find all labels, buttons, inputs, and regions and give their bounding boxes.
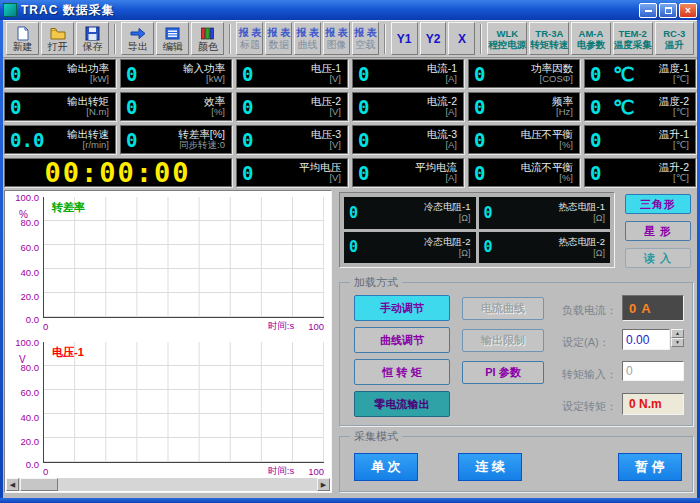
meter-value: 0: [358, 63, 369, 85]
meter-value: 0: [126, 96, 137, 118]
device-button-sub: 温升: [665, 39, 684, 50]
device-temp-button[interactable]: TEM-2 温度采集: [613, 22, 653, 55]
set-current-spinner[interactable]: ▲ ▼: [671, 329, 684, 347]
delta-button[interactable]: 三角形: [625, 194, 691, 214]
load-current-display: 0 A: [622, 295, 684, 321]
device-rise-button[interactable]: RC-3 温升: [655, 22, 694, 55]
color-button[interactable]: 颜色: [191, 22, 224, 55]
meter-efficiency: 0效率[%]: [120, 92, 232, 121]
current-curve-button[interactable]: 电流曲线: [462, 297, 544, 320]
meter-current-unbalance: 0电流不平衡[%]: [468, 158, 580, 187]
report-button-sub: 数据: [269, 39, 289, 51]
output-limit-button[interactable]: 输出限制: [462, 329, 544, 352]
report-image-button[interactable]: 报 表 图像: [323, 22, 350, 55]
meter-cold-resistance-2: 0冷态电阻-2[Ω]: [344, 232, 476, 264]
right-panel: 0冷态电阻-1[Ω] 0热态电阻-1[Ω] 0冷态电阻-2[Ω] 0热态电阻-2…: [337, 190, 694, 495]
close-button[interactable]: ×: [679, 3, 697, 18]
spinner-up-icon[interactable]: ▲: [671, 329, 684, 338]
axis-y1-button[interactable]: Y1: [391, 22, 418, 55]
torque-input-field[interactable]: [622, 361, 684, 381]
axis-y2-button[interactable]: Y2: [420, 22, 447, 55]
report-noload-button[interactable]: 报 表 空载: [352, 22, 379, 55]
chart-horizontal-scrollbar[interactable]: ◀ ▶: [6, 478, 330, 491]
report-curve-button[interactable]: 报 表 曲线: [294, 22, 321, 55]
star-button[interactable]: 星 形: [625, 221, 691, 241]
new-file-icon: [15, 26, 30, 41]
device-button-sub: 转矩转速: [530, 39, 568, 50]
minimize-button[interactable]: [639, 3, 657, 18]
meter-value: 0: [590, 129, 601, 151]
meter-unit: [Ω]: [559, 248, 605, 258]
curve-adjust-button[interactable]: 曲线调节: [354, 327, 450, 353]
y-tick: 0.0: [26, 314, 39, 325]
meter-value: 0: [484, 238, 493, 256]
scrollbar-thumb[interactable]: [20, 478, 58, 491]
meter-value: 0: [358, 129, 369, 151]
save-button[interactable]: 保存: [76, 22, 109, 55]
open-button[interactable]: 打开: [41, 22, 74, 55]
meter-grid: 0输出功率[kW] 0输入功率[kW] 0电压-1[V] 0电流-1[A] 0功…: [4, 59, 696, 187]
edit-button[interactable]: 编辑: [156, 22, 189, 55]
report-button-top: 报 表: [354, 27, 377, 39]
meter-output-speed: 0.0输出转速[r/min]: [4, 125, 116, 154]
toolbar-label: 新建: [13, 41, 33, 52]
meter-unit: [%]: [204, 107, 225, 118]
app-icon: [3, 3, 17, 17]
window-border-bottom: [0, 498, 700, 503]
spinner-down-icon[interactable]: ▼: [671, 338, 684, 347]
open-folder-icon: [50, 26, 66, 41]
device-button-top: AM-A: [579, 28, 604, 39]
meter-value: 0: [10, 63, 21, 85]
meter-unit: [V]: [311, 74, 341, 85]
meter-voltage-3: 0电压-3[V]: [236, 125, 348, 154]
single-capture-button[interactable]: 单 次: [354, 453, 418, 481]
group-title: 加载方式: [350, 275, 402, 290]
meter-unit: [kW]: [183, 74, 225, 85]
save-icon: [85, 26, 100, 41]
restore-button[interactable]: [659, 3, 677, 18]
meter-value: 0: [358, 162, 369, 184]
timer-value: 00:00:00: [44, 158, 190, 187]
axis-label: Y2: [426, 32, 441, 46]
meter-unit: [Ω]: [424, 213, 470, 223]
device-power-button[interactable]: WLK 程控电源: [487, 22, 527, 55]
constant-torque-button[interactable]: 恒 转 矩: [354, 359, 450, 385]
meter-unit: [℃]: [659, 74, 689, 85]
toolbar-label: 导出: [128, 41, 148, 52]
new-button[interactable]: 新建: [6, 22, 39, 55]
toolbar-label: 编辑: [163, 41, 183, 52]
pi-parameter-button[interactable]: PI 参数: [462, 361, 544, 384]
y-tick: 0.0: [26, 459, 39, 470]
device-eparam-button[interactable]: AM-A 电参数: [571, 22, 610, 55]
report-title-button[interactable]: 报 表 标题: [236, 22, 263, 55]
read-in-button[interactable]: 读 入: [625, 248, 691, 268]
device-button-top: TR-3A: [535, 28, 563, 39]
meter-unit: [A]: [427, 140, 457, 151]
edit-icon: [165, 26, 180, 41]
scroll-right-icon[interactable]: ▶: [317, 478, 330, 491]
pause-capture-button[interactable]: 暂 停: [618, 453, 682, 481]
axis-x-button[interactable]: X: [448, 22, 475, 55]
chart-panel: 100.0 % 80.0 60.0 40.0 20.0 0.0 转差率 0 时间…: [4, 190, 332, 493]
meter-output-power: 0输出功率[kW]: [4, 59, 116, 88]
meter-frequency: 0频率[Hz]: [468, 92, 580, 121]
zero-current-output-button[interactable]: 零电流输出: [354, 391, 450, 417]
scroll-left-icon[interactable]: ◀: [6, 478, 19, 491]
chart-slip-rate: 100.0 % 80.0 60.0 40.0 20.0 0.0 转差率 0 时间…: [5, 192, 331, 335]
meter-unit: [N.m]: [67, 107, 109, 118]
manual-adjust-button[interactable]: 手动调节: [354, 295, 450, 321]
app-window: TRAC 数据采集 × 新建 打开 保存 导出 编辑: [0, 0, 700, 503]
meter-label: 热态电阻-1: [559, 202, 605, 213]
title-bar: TRAC 数据采集 ×: [0, 0, 700, 20]
meter-unit: [℃]: [659, 107, 689, 118]
axis-label: Y1: [397, 32, 412, 46]
device-torque-button[interactable]: TR-3A 转矩转速: [529, 22, 569, 55]
set-current-input[interactable]: [622, 329, 670, 350]
meter-value: 0: [474, 96, 485, 118]
toolbar-label: 打开: [48, 41, 68, 52]
continuous-capture-button[interactable]: 连 续: [458, 453, 522, 481]
meter-unit: [r/min]: [67, 140, 109, 151]
report-data-button[interactable]: 报 表 数据: [265, 22, 292, 55]
export-button[interactable]: 导出: [121, 22, 154, 55]
meter-value: 0: [242, 129, 253, 151]
